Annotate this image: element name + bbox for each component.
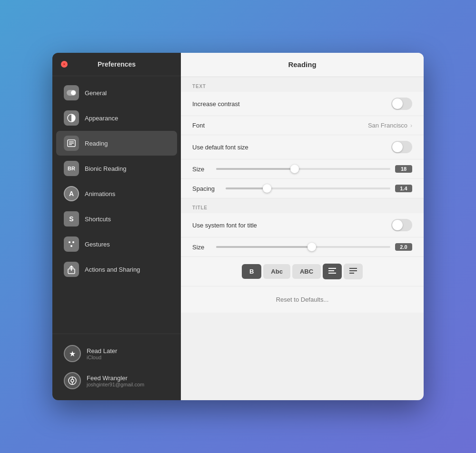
sidebar-header: × Preferences [52, 53, 181, 76]
feedwrangler-info: Feed Wrangler joshginter91@gmail.com [87, 374, 144, 387]
default-font-size-label: Use default font size [192, 144, 391, 151]
sidebar-item-appearance[interactable]: Appearance [56, 106, 177, 130]
preferences-window: × Preferences General [52, 53, 424, 400]
size-slider-track[interactable] [216, 168, 390, 170]
size-row: Size 18 [181, 159, 424, 179]
sidebar-item-label-bionic: Bionic Reading [85, 165, 126, 172]
system-font-title-toggle[interactable] [391, 219, 412, 231]
increase-contrast-row: Increase contrast [181, 92, 424, 116]
sidebar-item-label-actions: Actions and Sharing [85, 266, 140, 273]
readlater-icon: ★ [64, 345, 81, 362]
spacing-slider-container: 1.4 [226, 185, 412, 192]
sidebar-item-animations[interactable]: A Animations [56, 181, 177, 206]
readlater-name: Read Later [87, 347, 117, 355]
default-font-size-toggle[interactable] [391, 141, 412, 153]
reset-button[interactable]: Reset to Defaults... [276, 296, 329, 303]
reset-row: Reset to Defaults... [181, 286, 424, 313]
spacing-row: Spacing 1.4 [181, 179, 424, 198]
content-area: TEXT Increase contrast Font San Francisc… [181, 77, 424, 400]
animations-icon: A [64, 186, 79, 201]
feedwrangler-sub: joshginter91@gmail.com [87, 382, 144, 387]
bold-button[interactable]: B [242, 264, 261, 279]
readlater-sub: iCloud [87, 355, 117, 360]
align-left-button[interactable] [323, 264, 342, 279]
increase-contrast-toggle[interactable] [391, 98, 412, 110]
toggle-knob-2 [392, 142, 403, 152]
close-button[interactable]: × [61, 61, 68, 68]
sidebar-item-shortcuts[interactable]: S Shortcuts [56, 207, 177, 231]
title-size-slider-thumb[interactable] [307, 243, 316, 251]
sidebar-title: Preferences [68, 60, 166, 68]
size-badge: 18 [395, 165, 412, 173]
system-font-title-label: Use system font for title [192, 222, 391, 229]
sidebar-item-label-animations: Animations [85, 190, 115, 197]
sidebar-item-general[interactable]: General [56, 80, 177, 105]
font-label: Font [192, 122, 368, 129]
reading-icon [64, 136, 79, 151]
font-value: San Francisco [368, 122, 407, 129]
svg-point-13 [71, 379, 74, 382]
format-bar: B Abc ABC [181, 257, 424, 286]
toggle-knob [392, 98, 403, 109]
capitalize-button[interactable]: Abc [263, 264, 290, 279]
sidebar: × Preferences General [52, 53, 181, 400]
align-justify-button[interactable] [344, 264, 363, 279]
share-icon [64, 262, 79, 277]
toggle-knob-3 [392, 220, 403, 230]
spacing-slider-thumb[interactable] [263, 184, 271, 193]
svg-point-9 [70, 245, 72, 247]
increase-contrast-label: Increase contrast [192, 100, 391, 108]
sidebar-item-label-general: General [85, 89, 107, 97]
sidebar-item-label-appearance: Appearance [85, 115, 118, 122]
title-size-row: Size 2.0 [181, 237, 424, 257]
title-size-badge: 2.0 [395, 243, 412, 251]
spacing-badge: 1.4 [395, 185, 412, 192]
main-content: Reading TEXT Increase contrast Font San … [181, 53, 424, 400]
feedwrangler-icon [64, 372, 81, 389]
default-font-size-row: Use default font size [181, 135, 424, 159]
title-size-label: Size [192, 244, 216, 251]
sidebar-item-label-reading: Reading [85, 140, 108, 147]
system-font-title-row: Use system font for title [181, 213, 424, 237]
halfcircle-icon [64, 110, 79, 126]
sidebar-item-label-gestures: Gestures [85, 241, 110, 248]
sidebar-item-reading[interactable]: Reading [56, 131, 177, 156]
font-chevron: › [410, 122, 412, 129]
spacing-slider-track[interactable] [226, 187, 390, 189]
shortcuts-icon: S [64, 211, 79, 226]
svg-point-7 [69, 241, 70, 243]
sidebar-nav: General Appearance [52, 76, 181, 334]
size-slider-thumb[interactable] [290, 165, 299, 173]
svg-point-8 [72, 241, 74, 243]
font-row[interactable]: Font San Francisco › [181, 116, 424, 135]
title-size-slider-track[interactable] [216, 246, 390, 248]
account-feedwrangler[interactable]: Feed Wrangler joshginter91@gmail.com [56, 367, 177, 394]
size-slider-container: 18 [216, 165, 412, 173]
spacing-slider-fill [226, 187, 267, 189]
title-size-slider-fill [216, 246, 312, 248]
sidebar-item-label-shortcuts: Shortcuts [85, 216, 111, 223]
sidebar-item-gestures[interactable]: Gestures [56, 232, 177, 256]
account-readlater[interactable]: ★ Read Later iCloud [56, 340, 177, 367]
main-title: Reading [288, 60, 316, 69]
size-slider-fill [216, 168, 295, 170]
title-size-slider-container: 2.0 [216, 243, 412, 251]
uppercase-button[interactable]: ABC [292, 264, 321, 279]
svg-point-1 [71, 90, 76, 95]
sidebar-item-actions[interactable]: Actions and Sharing [56, 257, 177, 282]
sidebar-item-bionic[interactable]: BR Bionic Reading [56, 156, 177, 181]
main-header: Reading [181, 53, 424, 77]
bionic-icon: BR [64, 161, 79, 176]
gestures-icon [64, 236, 79, 252]
readlater-info: Read Later iCloud [87, 347, 117, 360]
feedwrangler-name: Feed Wrangler [87, 374, 144, 382]
spacing-label: Spacing [192, 185, 226, 192]
text-section-header: TEXT [181, 77, 424, 92]
sidebar-accounts: ★ Read Later iCloud Feed Wra [52, 334, 181, 400]
size-label: Size [192, 166, 216, 173]
toggle-icon [64, 85, 79, 100]
title-section-header: TITLE [181, 198, 424, 213]
